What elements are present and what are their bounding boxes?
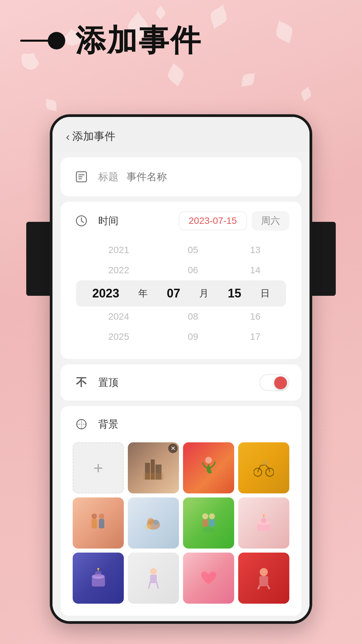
title-section-card: 标题 — [61, 157, 301, 196]
background-icon — [73, 415, 90, 433]
pin-left: 不 置顶 — [73, 374, 118, 391]
day-17: 17 — [250, 327, 260, 346]
pin-label: 置顶 — [98, 376, 118, 390]
title-icon — [73, 168, 90, 186]
date-picker: 2021 05 13 2022 — [73, 240, 289, 347]
timeline-dot — [48, 32, 65, 49]
bg-birthday-preview — [238, 497, 289, 549]
time-header: 时间 2023-07-15 周六 — [73, 211, 289, 231]
selected-month: 07 — [167, 286, 180, 300]
bg-thumb-fox[interactable] — [128, 497, 179, 549]
svg-point-18 — [92, 514, 97, 519]
add-icon: + — [93, 458, 103, 478]
picker-row-4[interactable]: 2025 09 17 — [73, 327, 289, 347]
bg-thumb-birthday[interactable] — [238, 497, 289, 549]
month-09: 09 — [188, 327, 198, 346]
title-field-label: 标题 — [98, 170, 118, 184]
bg-heart-preview — [183, 553, 234, 604]
svg-point-24 — [153, 520, 159, 525]
selected-day: 15 — [228, 286, 241, 300]
day-13: 13 — [250, 241, 260, 259]
bg-thumb-scooter[interactable] — [238, 442, 289, 493]
phone-frame: ‹ 添加事件 标题 — [50, 114, 312, 624]
pin-icon: 不 — [73, 374, 90, 391]
add-image-button[interactable]: + — [73, 442, 124, 493]
month-06: 06 — [188, 261, 198, 279]
svg-point-30 — [203, 527, 215, 532]
bg-thumb-city[interactable]: ✕ — [128, 442, 179, 493]
bg-thumb-man[interactable] — [238, 553, 289, 604]
background-label: 背景 — [98, 417, 118, 431]
svg-point-25 — [146, 524, 151, 530]
delete-city-button[interactable]: ✕ — [168, 444, 178, 453]
svg-rect-29 — [209, 519, 215, 527]
bg-thumb-kids[interactable] — [183, 497, 234, 549]
picker-selected-row[interactable]: 2023 年 07 月 15 日 — [76, 280, 286, 307]
svg-rect-44 — [259, 576, 268, 586]
selected-year: 2023 — [92, 286, 119, 300]
back-button[interactable]: ‹ 添加事件 — [66, 129, 115, 144]
time-field-label: 时间 — [98, 214, 118, 228]
image-grid: + ✕ — [73, 442, 289, 604]
picker-day-13[interactable]: 13 — [231, 245, 279, 255]
svg-line-6 — [81, 221, 83, 223]
svg-point-35 — [263, 514, 265, 516]
svg-point-26 — [202, 513, 208, 519]
year-2021: 2021 — [108, 241, 129, 259]
svg-rect-42 — [150, 575, 157, 583]
bg-man-preview — [238, 553, 289, 604]
svg-rect-19 — [92, 519, 97, 528]
background-section: 背景 + ✕ — [61, 406, 301, 616]
month-05: 05 — [188, 241, 198, 259]
unit-year: 年 — [138, 287, 148, 300]
svg-point-43 — [260, 568, 268, 576]
day-16: 16 — [250, 307, 260, 326]
svg-rect-33 — [261, 518, 266, 523]
bg-couple-preview — [73, 497, 124, 549]
unit-month: 月 — [199, 287, 209, 300]
bg-thumb-dancer[interactable] — [183, 442, 234, 493]
picker-month-05[interactable]: 05 — [169, 245, 217, 255]
pin-section: 不 置顶 — [61, 364, 301, 401]
bg-scooter-preview — [238, 442, 289, 493]
bg-dancer-preview — [183, 442, 234, 493]
page-title: 添加事件 — [75, 20, 202, 61]
bg-fox-preview — [128, 497, 179, 549]
picker-row-0[interactable]: 2021 05 13 — [73, 240, 289, 260]
bg-girl-preview — [128, 553, 179, 604]
time-left: 时间 — [73, 212, 118, 230]
background-header: 背景 — [73, 415, 289, 433]
time-icon — [73, 212, 90, 230]
header: 添加事件 — [0, 20, 362, 61]
svg-point-41 — [150, 568, 157, 575]
svg-point-20 — [99, 514, 104, 519]
svg-rect-38 — [95, 571, 101, 576]
bg-thumb-couple[interactable] — [73, 497, 124, 549]
svg-point-23 — [147, 518, 154, 525]
bg-thumb-heart[interactable] — [183, 553, 234, 604]
svg-point-17 — [263, 460, 268, 466]
toggle-thumb — [274, 376, 287, 389]
picker-row-1[interactable]: 2022 06 14 — [73, 260, 289, 280]
weekday-badge: 周六 — [252, 211, 289, 231]
time-section-card: 时间 2023-07-15 周六 2021 05 — [61, 202, 301, 359]
date-badge[interactable]: 2023-07-15 — [179, 211, 247, 230]
day-14: 14 — [250, 261, 260, 279]
picker-row-3[interactable]: 2024 08 16 — [73, 307, 289, 327]
unit-day: 日 — [260, 287, 270, 300]
pin-toggle[interactable] — [259, 374, 289, 391]
svg-point-40 — [97, 568, 99, 570]
svg-point-27 — [209, 513, 215, 519]
bg-thumb-cake[interactable] — [73, 553, 124, 604]
svg-rect-21 — [99, 519, 104, 528]
picker-year-2021[interactable]: 2021 — [83, 245, 155, 255]
timeline-icon — [20, 32, 65, 49]
year-2022: 2022 — [108, 261, 129, 279]
svg-point-14 — [205, 457, 212, 464]
svg-rect-13 — [143, 473, 164, 480]
month-08: 08 — [188, 307, 198, 326]
bg-thumb-girl[interactable] — [128, 553, 179, 604]
title-input[interactable] — [126, 171, 289, 183]
timeline-line — [20, 40, 50, 42]
bg-cake-preview — [73, 553, 124, 604]
